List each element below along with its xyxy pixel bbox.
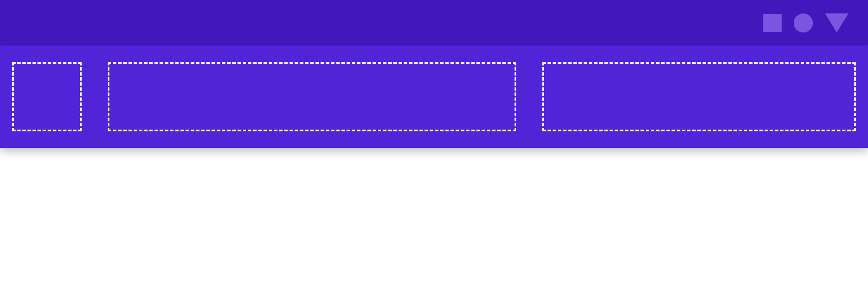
status-bar <box>0 0 868 46</box>
square-icon <box>763 14 782 32</box>
triangle-down-icon <box>825 13 848 33</box>
actions-slot <box>542 62 856 131</box>
circle-icon <box>794 13 813 33</box>
nav-icon-slot <box>12 62 82 131</box>
app-bar-diagram <box>0 0 868 148</box>
app-toolbar <box>0 46 868 148</box>
title-slot <box>108 62 516 131</box>
